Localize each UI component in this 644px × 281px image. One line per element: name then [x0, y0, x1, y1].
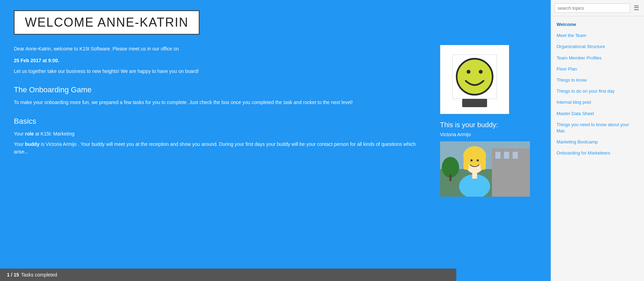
buddy-name: Victoria Armijo: [440, 132, 537, 137]
sidebar-item-welcome[interactable]: Welcome: [551, 19, 644, 30]
sidebar-item-marketing-bootcamp[interactable]: Marketing Bootcamp: [551, 137, 644, 148]
basics-role: Your role at K15t: Marketing: [14, 130, 426, 138]
sidebar-item-things-mac[interactable]: Things you need to know about your Mac: [551, 119, 644, 137]
buddy-label: This is your buddy:: [440, 121, 537, 129]
sidebar-item-things-to-know[interactable]: Things to know: [551, 75, 644, 86]
onboarding-text: To make your onboarding more fun, we pre…: [14, 99, 426, 106]
task-total: 15: [13, 272, 19, 278]
svg-rect-17: [464, 156, 469, 170]
svg-rect-14: [449, 174, 451, 181]
task-count: 1 / 15: [7, 272, 19, 278]
footer-bar: 1 / 15 Tasks completed: [0, 269, 456, 281]
right-column: This is your buddy: Victoria Armijo: [440, 45, 537, 197]
svg-rect-22: [472, 172, 477, 179]
greeting-line2: Let us together take our business to new…: [14, 67, 426, 75]
sidebar-header: ☰: [551, 0, 644, 16]
svg-point-5: [479, 70, 483, 74]
sidebar-item-team-member-profiles[interactable]: Team Member Profiles: [551, 53, 644, 64]
sidebar-item-meet-the-team[interactable]: Meet the Team: [551, 30, 644, 41]
sidebar-item-internal-blog-post[interactable]: Internal blog post: [551, 97, 644, 108]
onboarding-title: The Onboarding Game: [14, 85, 426, 94]
search-input[interactable]: [554, 3, 630, 13]
greeting-line1: Dear Anne-Katrin, welcome to K15t Softwa…: [14, 45, 426, 53]
svg-rect-10: [495, 152, 501, 159]
basics-title: Basics: [14, 117, 426, 126]
sidebar-item-organizational-structure[interactable]: Organizational Structure: [551, 41, 644, 52]
welcome-title-box: WELCOME ANNE-KATRIN: [14, 10, 199, 35]
svg-rect-6: [462, 99, 487, 107]
sidebar-nav: WelcomeMeet the TeamOrganizational Struc…: [551, 16, 644, 161]
svg-point-19: [470, 159, 473, 161]
greeting-date: 25 Feb 2017 at 9:00.: [14, 57, 426, 64]
svg-point-20: [477, 159, 479, 161]
main-content: WELCOME ANNE-KATRIN Dear Anne-Katrin, we…: [0, 0, 551, 281]
sidebar-item-things-to-do-first-day[interactable]: Things to do on your first day: [551, 86, 644, 97]
svg-point-3: [457, 59, 493, 95]
sidebar-item-onboarding-marketeers[interactable]: Onboarding for Marketeers: [551, 148, 644, 159]
svg-rect-18: [480, 156, 486, 170]
page-title: WELCOME ANNE-KATRIN: [25, 15, 188, 30]
svg-rect-11: [504, 152, 509, 159]
left-column: Dear Anne-Katrin, welcome to K15t Softwa…: [14, 45, 426, 197]
svg-point-4: [467, 70, 470, 74]
smiley-image: [440, 45, 509, 114]
sidebar: ☰ WelcomeMeet the TeamOrganizational Str…: [551, 0, 644, 281]
sidebar-item-floor-plan[interactable]: Floor Plan: [551, 64, 644, 75]
basics-buddy: Your buddy is Victoria Armijo . Your bud…: [14, 140, 426, 156]
task-label: Tasks completed: [21, 272, 57, 278]
buddy-photo: [440, 141, 530, 197]
sidebar-item-master-data-sheet[interactable]: Master Data Sheet: [551, 108, 644, 119]
task-current: 1: [7, 272, 10, 278]
smiley-svg: [447, 52, 502, 107]
menu-icon[interactable]: ☰: [632, 3, 641, 13]
two-col-layout: Dear Anne-Katrin, welcome to K15t Softwa…: [14, 45, 537, 197]
svg-rect-12: [513, 152, 518, 159]
